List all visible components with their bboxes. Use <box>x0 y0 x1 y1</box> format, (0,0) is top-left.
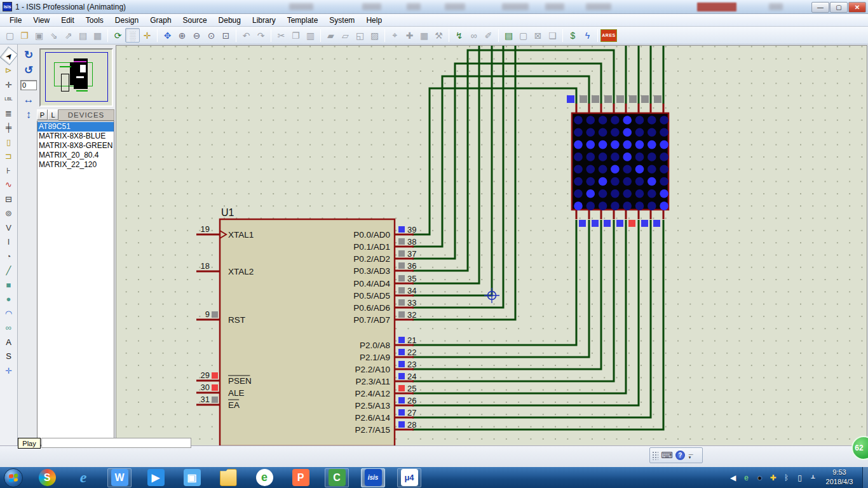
taskbar-wps-writer[interactable]: W <box>107 468 132 487</box>
zoom-out-button[interactable]: ⊖ <box>189 28 204 43</box>
menu-design[interactable]: Design <box>109 15 144 26</box>
save-design-button[interactable]: ▣ <box>32 28 46 43</box>
device-item-at89c51[interactable]: AT89C51 <box>37 122 114 132</box>
bluetooth-icon[interactable]: ᛒ <box>781 472 792 483</box>
maximize-button[interactable]: ▢ <box>830 2 848 13</box>
import-section-button[interactable]: ⇘ <box>46 28 61 43</box>
2d-marker-mode-button[interactable]: ✛ <box>2 364 16 377</box>
360-browser-tray-icon[interactable]: e <box>741 472 752 483</box>
electrical-rule-check-button[interactable]: ϟ <box>580 28 595 43</box>
print-button[interactable]: ▤ <box>76 28 90 43</box>
taskbar-video-player[interactable]: ▶ <box>144 468 168 487</box>
make-device-button[interactable]: ✚ <box>402 28 417 43</box>
junction-dot-mode-button[interactable]: ✛ <box>2 78 16 91</box>
help-icon[interactable]: ? <box>675 451 685 460</box>
device-item-matrix_22_120[interactable]: MATRIX_22_120 <box>37 160 114 170</box>
menu-source[interactable]: Source <box>177 15 213 26</box>
design-explorer-button[interactable]: ▤ <box>501 28 516 43</box>
redo-button[interactable]: ↷ <box>254 28 268 43</box>
origin-button[interactable]: ✛ <box>140 28 154 43</box>
volume-icon[interactable]: ◀ <box>728 472 738 483</box>
show-desktop-button[interactable] <box>862 467 868 488</box>
menu-system[interactable]: System <box>323 15 360 26</box>
text-script-mode-button[interactable]: ≣ <box>2 107 16 119</box>
network-signal-icon[interactable]: ᚆ <box>808 472 818 483</box>
block-copy-button[interactable]: ▰ <box>323 28 338 43</box>
block-move-button[interactable]: ▱ <box>338 28 353 43</box>
mirror-horizontal-button[interactable]: ↔ <box>24 94 34 105</box>
decompose-button[interactable]: ⚒ <box>431 28 446 43</box>
packaging-tool-button[interactable]: ▦ <box>417 28 431 43</box>
rotate-ccw-button[interactable]: ↺ <box>24 65 33 76</box>
export-section-button[interactable]: ⇗ <box>61 28 76 43</box>
goto-sheet-button[interactable]: ❏ <box>545 28 560 43</box>
taskbar-keil-uvision4[interactable]: μ4 <box>397 468 421 487</box>
360-safe-icon[interactable]: ✚ <box>768 472 778 483</box>
new-sheet-button[interactable]: ▢ <box>516 28 531 43</box>
taskbar-sogou-input[interactable]: S <box>35 468 59 487</box>
pick-devices-button[interactable]: P <box>37 109 48 120</box>
schematic-canvas[interactable]: U119XTAL118XTAL29RST29PSEN30ALE31EA39P0.… <box>116 45 867 445</box>
wire-p2-5[interactable] <box>412 220 639 405</box>
device-item-matrix-8x8-blue[interactable]: MATRIX-8X8-BLUE <box>37 132 114 141</box>
menu-library[interactable]: Library <box>247 15 281 26</box>
generator-mode-button[interactable]: ⊚ <box>2 207 16 220</box>
virtual-instruments-mode-button[interactable]: ◔ <box>2 250 16 262</box>
taskbar-file-explorer[interactable] <box>216 468 240 487</box>
usb-device-icon[interactable]: ▯ <box>794 472 805 483</box>
redraw-button[interactable]: ⟳ <box>111 28 125 43</box>
menu-debug[interactable]: Debug <box>213 15 247 26</box>
open-design-button[interactable]: ❐ <box>17 28 32 43</box>
copy-button[interactable]: ❐ <box>288 28 303 43</box>
2d-line-mode-button[interactable]: ╱ <box>2 264 16 277</box>
wire-p0-0[interactable] <box>412 88 576 234</box>
block-delete-button[interactable]: ▨ <box>367 28 382 43</box>
menu-tools[interactable]: Tools <box>80 15 109 26</box>
floating-mini-toolbar[interactable]: ⌨ ? —▾ <box>649 447 703 463</box>
tape-recorder-mode-button[interactable]: ⊟ <box>2 193 16 205</box>
block-rotate-button[interactable]: ◱ <box>353 28 367 43</box>
mark-output-area-button[interactable]: ▦ <box>90 28 105 43</box>
taskbar-wps-presentation[interactable]: P <box>288 468 313 487</box>
voltage-probe-mode-button[interactable]: V <box>2 221 16 234</box>
wire-label-mode-button[interactable]: LBL <box>2 93 16 105</box>
taskbar-camtasia[interactable]: C <box>325 468 349 487</box>
cut-button[interactable]: ✂ <box>274 28 288 43</box>
current-probe-mode-button[interactable]: I <box>2 236 16 248</box>
selection-pointer-button[interactable]: ➤ <box>0 46 18 65</box>
subcircuit-mode-button[interactable]: ▯ <box>2 135 16 148</box>
library-manager-button[interactable]: L <box>48 109 58 120</box>
remove-sheet-button[interactable]: ⊠ <box>531 28 545 43</box>
bus-mode-button[interactable]: ╪ <box>2 121 16 134</box>
terminal-mode-button[interactable]: ⊐ <box>2 150 16 163</box>
graph-mode-button[interactable]: ∿ <box>2 179 16 191</box>
start-button[interactable] <box>4 468 23 487</box>
bill-of-materials-button[interactable]: $ <box>566 28 580 43</box>
ares-netlist-transfer-button[interactable]: ARES <box>600 29 617 42</box>
taskbar-video-converter[interactable]: ▣ <box>180 468 204 487</box>
taskbar-internet-explorer[interactable]: e <box>71 468 95 487</box>
collapse-icon[interactable]: —▾ <box>689 452 693 459</box>
wire-p0-1[interactable] <box>412 76 589 247</box>
overview-minimap[interactable] <box>39 48 113 107</box>
qq-penguin-icon[interactable]: ● <box>754 472 765 483</box>
taskbar-browser-360[interactable]: e <box>252 468 276 487</box>
keyboard-icon[interactable]: ⌨ <box>661 451 673 460</box>
mcu-at89c51-body[interactable] <box>220 219 395 445</box>
device-item-matrix_20_80.4[interactable]: MATRIX_20_80.4 <box>37 151 114 160</box>
taskbar-proteus-isis[interactable]: isis <box>361 468 385 487</box>
toggle-grid-button[interactable]: ░ <box>125 28 140 43</box>
2d-text-mode-button[interactable]: A <box>2 336 16 348</box>
menu-template[interactable]: Template <box>281 15 324 26</box>
rotation-angle-input[interactable] <box>20 80 37 90</box>
device-pin-mode-button[interactable]: ⊦ <box>2 164 16 177</box>
paste-button[interactable]: ▥ <box>303 28 318 43</box>
taskbar-clock[interactable]: 9:53 2018/4/3 <box>820 468 859 487</box>
menu-help[interactable]: Help <box>360 15 388 26</box>
menu-graph[interactable]: Graph <box>144 15 177 26</box>
pick-device-button[interactable]: ⌖ <box>388 28 402 43</box>
device-item-matrix-8x8-green[interactable]: MATRIX-8X8-GREEN <box>37 141 114 151</box>
zoom-all-button[interactable]: ⊙ <box>204 28 219 43</box>
2d-path-mode-button[interactable]: ∞ <box>2 322 16 334</box>
2d-arc-mode-button[interactable]: ◠ <box>2 307 16 320</box>
